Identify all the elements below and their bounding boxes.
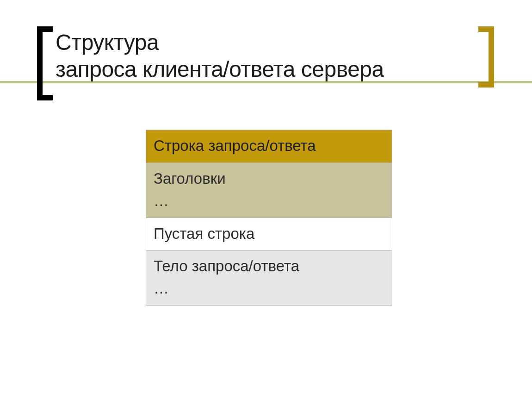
row-empty-line: Пустая строка [146,218,392,251]
slide-title: Структура запроса клиента/ответа сервера [56,29,384,82]
row-body: Тело запроса/ответа… [146,250,392,305]
title-line-1: Структура [56,29,384,56]
row-request-line: Строка запроса/ответа [146,130,392,163]
left-bracket-decoration [37,26,53,100]
row-headers: Заголовки… [146,163,392,218]
title-line-2: запроса клиента/ответа сервера [56,56,384,83]
right-bracket-decoration [478,26,494,88]
http-structure-table: Строка запроса/ответа Заголовки… Пустая … [146,130,392,306]
slide-header: Структура запроса клиента/ответа сервера [0,26,532,100]
